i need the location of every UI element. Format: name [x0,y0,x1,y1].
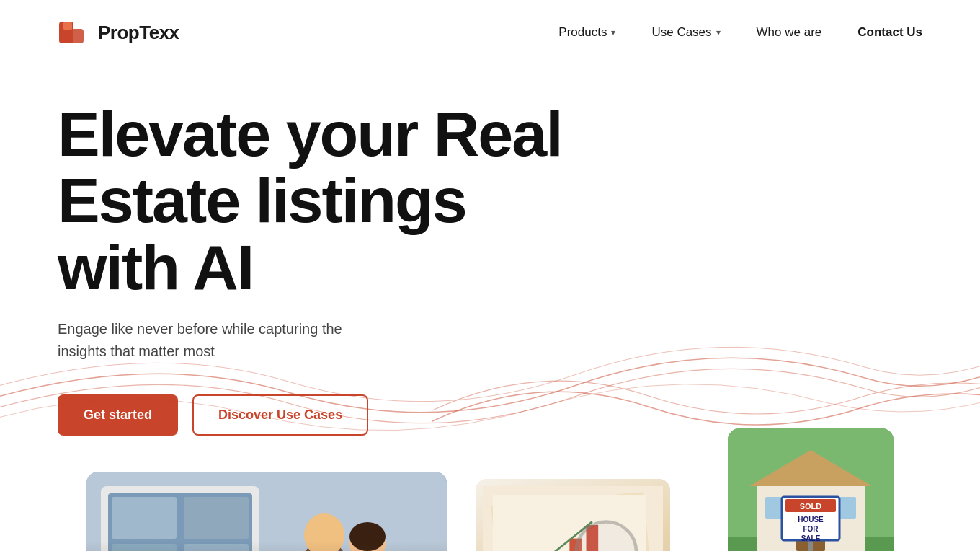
get-started-button[interactable]: Get started [58,394,178,436]
nav-label-who-we-are: Who we are [757,25,822,40]
svg-rect-8 [112,544,177,551]
svg-point-10 [299,540,349,551]
logo-text: PropTexx [98,22,179,44]
nav-label-contact: Contact Us [858,25,922,40]
svg-text:FOR: FOR [803,525,819,533]
nav-item-use-cases[interactable]: Use Cases ▾ [651,25,720,40]
hero-images: 🤖 [0,428,980,551]
svg-text:SOLD: SOLD [800,502,822,511]
hero-section: Elevate your Real Estate listings with A… [0,65,980,436]
hero-buttons: Get started Discover Use Cases [58,394,562,436]
house-photo: SOLD HOUSE FOR SALE [728,428,894,551]
svg-rect-9 [184,544,249,551]
nav-links: Products ▾ Use Cases ▾ Who we are Contac… [558,25,922,40]
nav-item-contact[interactable]: Contact Us [858,25,922,40]
navigation: PropTexx Products ▾ Use Cases ▾ Who we a… [0,0,980,65]
svg-point-14 [349,522,386,551]
chevron-down-icon: ▾ [611,27,615,38]
logo[interactable]: PropTexx [58,16,179,49]
hero-title-line1: Elevate your Real [58,98,562,169]
hero-title-line2: Estate listings with AI [58,164,466,302]
chart-photo [476,479,670,551]
svg-rect-2 [63,22,72,30]
nav-label-products: Products [558,25,607,40]
couple-illustration [86,472,447,551]
nav-label-use-cases: Use Cases [651,25,711,40]
svg-text:HOUSE: HOUSE [798,516,824,524]
svg-rect-1 [69,29,84,43]
hero-subtitle: Engage like never before while capturing… [58,318,389,363]
chart-illustration [483,486,663,551]
hero-content: Elevate your Real Estate listings with A… [58,101,562,436]
svg-rect-6 [112,497,177,539]
nav-item-products[interactable]: Products ▾ [558,25,615,40]
logo-icon [58,16,91,49]
chevron-down-icon: ▾ [716,27,721,38]
house-illustration: SOLD HOUSE FOR SALE [728,428,894,551]
nav-item-who-we-are[interactable]: Who we are [757,25,822,40]
hero-title: Elevate your Real Estate listings with A… [58,101,562,301]
chart-image [476,479,670,551]
couple-image: 🤖 [86,472,447,551]
discover-use-cases-button[interactable]: Discover Use Cases [192,394,368,436]
couple-photo: 🤖 [86,472,447,551]
house-image: SOLD HOUSE FOR SALE [728,428,894,551]
svg-rect-7 [184,497,249,539]
svg-text:SALE: SALE [801,534,821,542]
